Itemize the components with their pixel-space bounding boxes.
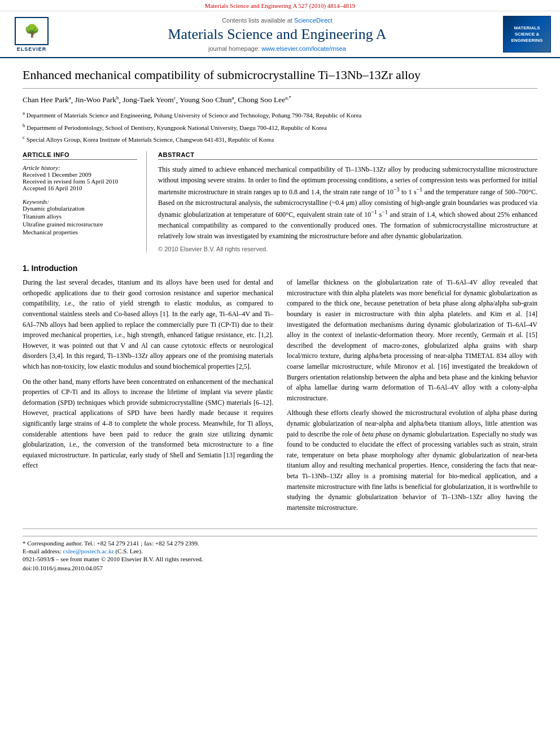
- footer-separator: [23, 536, 537, 536]
- body-para-1: During the last several decades, titaniu…: [23, 277, 273, 372]
- accepted-date: Accepted 16 April 2010: [23, 185, 137, 191]
- abstract-text: This study aimed to achieve enhanced mec…: [158, 164, 537, 241]
- author-3: Jong-Taek Yeomc: [123, 95, 176, 104]
- article-info-heading: ARTICLE INFO: [23, 151, 137, 160]
- keyword-3: Ultrafine grained microstructure: [23, 221, 137, 228]
- body-para-4: Although these efforts clearly showed th…: [287, 408, 537, 513]
- footer-area: * Corresponding author. Tel.: +82 54 279…: [23, 528, 537, 571]
- keyword-1: Dynamic globularization: [23, 205, 137, 212]
- history-label: Article history:: [23, 164, 137, 171]
- author-2: Jin-Woo Parkb: [75, 95, 119, 104]
- keyword-2: Titanium alloys: [23, 213, 137, 220]
- journal-url[interactable]: www.elsevier.com/locate/msea: [261, 45, 346, 52]
- author-1: Chan Hee Parka: [23, 95, 71, 104]
- and-text: and: [476, 310, 486, 318]
- top-bar: Materials Science and Engineering A 527 …: [0, 0, 560, 11]
- keywords-label: Keywords:: [23, 198, 137, 205]
- elsevier-logo: 🌳 ELSEVIER: [9, 17, 54, 52]
- affil-a: a Department of Materials Science and En…: [23, 109, 537, 120]
- keyword-4: Mechanical properties: [23, 229, 137, 235]
- abstract-heading: ABSTRACT: [158, 151, 537, 160]
- email-note: E-mail address: cslee@postech.ac.kr (C.S…: [23, 548, 537, 554]
- keywords-block: Keywords: Dynamic globularization Titani…: [23, 198, 137, 235]
- issn-line: 0921-5093/$ – see front matter © 2010 El…: [23, 556, 537, 562]
- left-column: ARTICLE INFO Article history: Received 1…: [23, 151, 147, 252]
- journal-citation: Materials Science and Engineering A 527 …: [205, 2, 356, 9]
- corresponding-author-note: * Corresponding author. Tel.: +82 54 279…: [23, 540, 537, 547]
- sciencedirect-link[interactable]: ScienceDirect: [294, 17, 333, 24]
- right-column-abstract: ABSTRACT This study aimed to achieve enh…: [158, 151, 537, 252]
- section-1-heading: 1. Introduction: [23, 264, 537, 273]
- journal-brand-box: MATERIALS SCIENCE & ENGINEERING: [503, 16, 551, 53]
- journal-title-area: Contents lists available at ScienceDirec…: [54, 17, 500, 52]
- revised-date: Received in revised form 5 April 2010: [23, 178, 137, 185]
- doi-line: doi:10.1016/j.msea.2010.04.057: [23, 565, 537, 571]
- affil-c: c Special Alloys Group, Korea Institute …: [23, 133, 537, 145]
- affil-b: b Department of Periodontology, School o…: [23, 121, 537, 133]
- elsevier-tree-icon: 🌳: [24, 25, 40, 37]
- affiliations: a Department of Materials Science and En…: [23, 109, 537, 145]
- journal-brand-text: MATERIALS SCIENCE & ENGINEERING: [504, 24, 550, 45]
- article-history: Article history: Received 1 December 200…: [23, 164, 137, 191]
- author-4: Young Soo Chuna: [180, 95, 234, 104]
- main-content: Enhanced mechanical compatibility of sub…: [0, 58, 560, 580]
- journal-homepage: journal homepage: www.elsevier.com/locat…: [54, 45, 500, 52]
- body-para-3: of lamellar thickness on the globulariza…: [287, 277, 537, 403]
- authors-line: Chan Hee Parka, Jin-Woo Parkb, Jong-Taek…: [23, 94, 537, 106]
- contents-available-line: Contents lists available at ScienceDirec…: [54, 17, 500, 24]
- received-date: Received 1 December 2009: [23, 171, 137, 178]
- email-link[interactable]: cslee@postech.ac.kr: [63, 548, 113, 554]
- journal-main-title: Materials Science and Engineering A: [54, 26, 500, 43]
- body-right-col: of lamellar thickness on the globulariza…: [287, 277, 537, 517]
- copyright-line: © 2010 Elsevier B.V. All rights reserved…: [158, 246, 537, 252]
- body-two-col: During the last several decades, titaniu…: [23, 277, 537, 517]
- author-5: Chong Soo Leea,*: [238, 95, 291, 104]
- article-title: Enhanced mechanical compatibility of sub…: [23, 67, 537, 89]
- elsevier-wordmark: ELSEVIER: [17, 46, 47, 52]
- journal-header: 🌳 ELSEVIER Contents lists available at S…: [0, 11, 560, 58]
- body-left-col: During the last several decades, titaniu…: [23, 277, 273, 517]
- body-para-2: On the other hand, many efforts have bee…: [23, 377, 273, 471]
- journal-logo-right: MATERIALS SCIENCE & ENGINEERING: [500, 16, 551, 53]
- elsevier-logo-box: 🌳: [15, 17, 49, 45]
- body-section-1: 1. Introduction During the last several …: [23, 264, 537, 517]
- article-info-abstract: ARTICLE INFO Article history: Received 1…: [23, 151, 537, 252]
